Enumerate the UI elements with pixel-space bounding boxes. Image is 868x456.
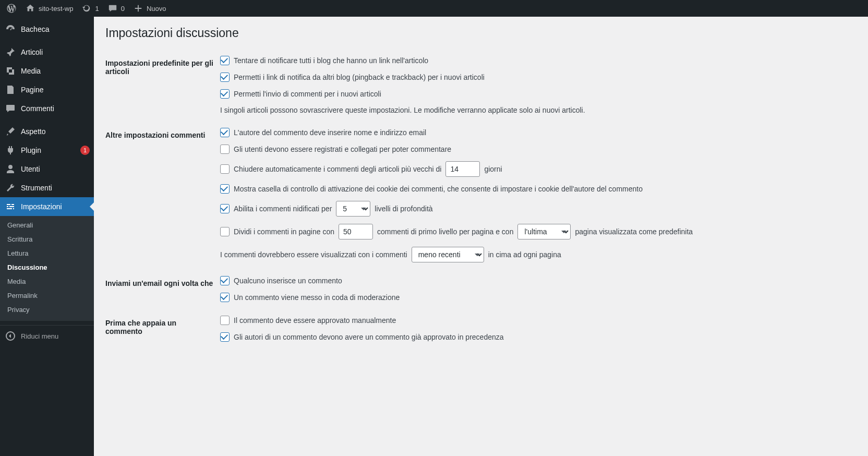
lbl-paginate-c: pagina visualizzata come predefinita — [575, 227, 693, 236]
new-label: Nuovo — [147, 5, 166, 13]
collapse-label: Riduci menu — [21, 332, 58, 340]
lbl-paginate-a: Dividi i commenti in pagine con — [234, 227, 334, 236]
brush-icon — [5, 126, 16, 137]
cb-require-login[interactable] — [220, 145, 230, 154]
submenu-privacy[interactable]: Privacy — [0, 303, 94, 317]
cb-notify-blogs[interactable] — [220, 56, 230, 65]
plus-icon — [133, 3, 143, 14]
wordpress-icon — [6, 3, 17, 14]
plugin-icon — [5, 145, 16, 155]
section-default-heading: Impostazioni predefinite per gli articol… — [105, 53, 220, 125]
site-home-link[interactable]: sito-test-wp — [21, 0, 77, 17]
lbl-close-old-a: Chiudere automaticamente i commenti degl… — [234, 164, 441, 174]
lbl-close-old-b: giorni — [484, 164, 502, 174]
menu-pages-label: Pagine — [21, 86, 44, 94]
media-icon — [5, 66, 16, 76]
collapse-icon — [5, 331, 16, 341]
cb-require-name-email[interactable] — [220, 128, 230, 137]
menu-comments[interactable]: Commenti — [0, 99, 94, 118]
input-per-page[interactable] — [339, 224, 373, 239]
lbl-order-b: in cima ad ogni pagina — [488, 250, 561, 259]
menu-pages[interactable]: Pagine — [0, 80, 94, 99]
menu-dashboard-label: Bacheca — [21, 25, 49, 33]
select-page-default[interactable]: l'ultima — [517, 224, 571, 239]
submenu-general[interactable]: Generali — [0, 218, 94, 232]
menu-users[interactable]: Utenti — [0, 160, 94, 178]
cb-email-new-comment[interactable] — [220, 276, 230, 285]
menu-dashboard[interactable]: Bacheca — [0, 20, 94, 39]
new-content-link[interactable]: Nuovo — [129, 0, 171, 17]
lbl-nested-a: Abilita i commenti nidificati per — [234, 204, 332, 213]
submenu-media[interactable]: Media — [0, 274, 94, 289]
settings-submenu: Generali Scrittura Lettura Discussione M… — [0, 216, 94, 321]
dashboard-icon — [5, 24, 16, 34]
cb-prev-approved[interactable] — [220, 332, 230, 342]
collapse-menu[interactable]: Riduci menu — [0, 325, 94, 346]
lbl-paginate-b: commenti di primo livello per pagina e c… — [377, 227, 513, 236]
menu-tools[interactable]: Strumenti — [0, 178, 94, 197]
select-nest-levels[interactable]: 5 — [336, 201, 370, 217]
site-name: sito-test-wp — [39, 5, 73, 13]
note-override: I singoli articoli possono sovrascrivere… — [220, 106, 585, 114]
lbl-prev-approved: Gli autori di un commento devono avere u… — [234, 332, 504, 342]
comments-count: 0 — [121, 5, 125, 13]
input-close-days[interactable] — [445, 161, 480, 177]
menu-plugins-label: Plugin — [21, 146, 41, 154]
comment-icon — [107, 3, 118, 14]
lbl-require-name-email: L'autore del commento deve inserire nome… — [234, 128, 426, 137]
cb-email-moderation[interactable] — [220, 293, 230, 302]
updates-link[interactable]: 1 — [77, 0, 103, 17]
section-other-heading: Altre impostazioni commenti — [105, 125, 220, 273]
cb-allow-pingback[interactable] — [220, 73, 230, 82]
update-icon — [81, 3, 92, 14]
lbl-require-login: Gli utenti devono essere registrati e co… — [234, 145, 451, 154]
menu-media-label: Media — [21, 67, 41, 75]
menu-tools-label: Strumenti — [21, 184, 52, 192]
cb-paginate[interactable] — [220, 227, 230, 236]
pin-icon — [5, 47, 16, 57]
lbl-email-new-comment: Qualcuno inserisce un commento — [234, 276, 342, 285]
menu-posts[interactable]: Articoli — [0, 43, 94, 62]
menu-appearance-label: Aspetto — [21, 127, 45, 136]
menu-comments-label: Commenti — [21, 104, 54, 113]
sliders-icon — [5, 201, 16, 212]
submenu-permalink[interactable]: Permalink — [0, 289, 94, 303]
lbl-email-moderation: Un commento viene messo in coda di moder… — [234, 293, 400, 302]
menu-users-label: Utenti — [21, 165, 40, 173]
lbl-allow-pingback: Permetti i link di notifica da altri blo… — [234, 73, 485, 82]
plugin-updates-badge: 1 — [80, 146, 90, 155]
menu-settings-label: Impostazioni — [21, 202, 62, 211]
comments-link[interactable]: 0 — [103, 0, 129, 17]
submenu-writing[interactable]: Scrittura — [0, 232, 94, 246]
menu-media[interactable]: Media — [0, 62, 94, 80]
page-icon — [5, 85, 16, 95]
updates-count: 1 — [95, 5, 99, 13]
select-comment-order[interactable]: meno recenti — [412, 247, 484, 262]
cb-cookie-optin[interactable] — [220, 184, 230, 194]
page-title: Impostazioni discussione — [105, 26, 858, 40]
user-icon — [5, 164, 16, 174]
cb-close-old[interactable] — [220, 164, 230, 174]
home-icon — [25, 3, 35, 14]
menu-appearance[interactable]: Aspetto — [0, 122, 94, 141]
cb-nested[interactable] — [220, 204, 230, 213]
comments-icon — [5, 103, 16, 114]
lbl-allow-comments: Permetti l'invio di commenti per i nuovi… — [234, 89, 381, 99]
lbl-manual-approve: Il commento deve essere approvato manual… — [234, 316, 396, 325]
menu-plugins[interactable]: Plugin 1 — [0, 141, 94, 160]
menu-settings[interactable]: Impostazioni — [0, 197, 94, 216]
wp-logo[interactable] — [2, 0, 21, 17]
lbl-nested-b: livelli di profondità — [375, 204, 432, 213]
section-email-heading: Inviami un'email ogni volta che — [105, 273, 220, 313]
lbl-cookie-optin: Mostra casella di controllo di attivazio… — [234, 184, 643, 194]
section-before-heading: Prima che appaia un commento — [105, 313, 220, 352]
lbl-notify-blogs: Tentare di notificare tutti i blog che h… — [234, 56, 428, 65]
wrench-icon — [5, 183, 16, 193]
submenu-discussion[interactable]: Discussione — [0, 260, 94, 274]
cb-allow-comments[interactable] — [220, 89, 230, 99]
menu-posts-label: Articoli — [21, 48, 43, 56]
cb-manual-approve[interactable] — [220, 316, 230, 325]
submenu-reading[interactable]: Lettura — [0, 246, 94, 260]
lbl-order-a: I commenti dovrebbero essere visualizzat… — [220, 250, 407, 259]
